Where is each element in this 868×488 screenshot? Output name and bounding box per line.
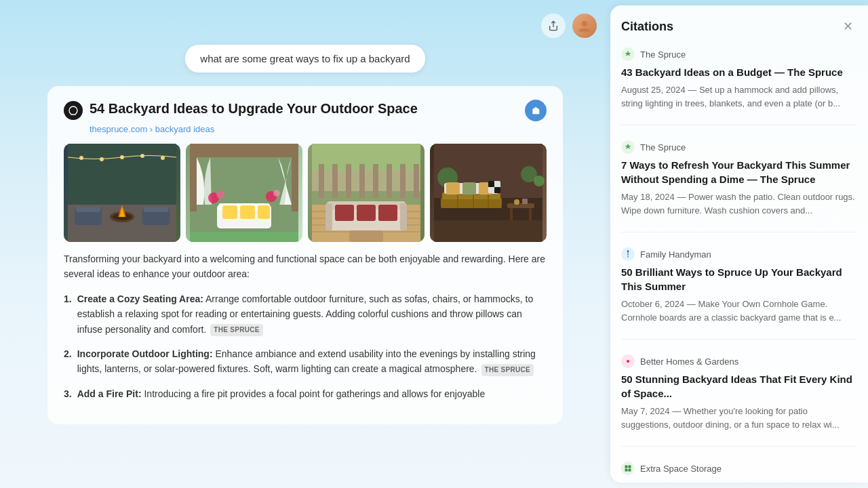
list-text-3: Add a Fire Pit: Introducing a fire pit p… [77, 386, 486, 401]
citations-title: Citations [621, 20, 673, 34]
list-item-2: 2. Incorporate Outdoor Lighting: Enhance… [64, 346, 547, 377]
svg-rect-34 [332, 164, 338, 198]
svg-rect-3 [68, 144, 176, 205]
svg-point-6 [120, 155, 124, 159]
citation-item-1: The Spruce 43 Backyard Ideas on a Budget… [621, 47, 857, 125]
svg-rect-72 [510, 208, 513, 220]
backyard-image-1 [64, 144, 180, 242]
home-icon-button[interactable] [525, 100, 547, 121]
citation-favicon-2 [621, 140, 635, 154]
citation-item-4: Better Homes & Gardens 50 Stunning Backy… [621, 354, 857, 447]
image-grid [64, 144, 547, 242]
citation-item-3: Family Handyman 50 Brilliant Ways to Spr… [621, 247, 857, 340]
citation-source-5: Extra Space Storage [640, 464, 722, 474]
citation-source-4: Better Homes & Gardens [640, 357, 738, 367]
top-bar [0, 14, 610, 45]
svg-rect-26 [222, 205, 237, 219]
svg-point-1 [582, 21, 588, 27]
svg-rect-53 [349, 230, 383, 242]
svg-rect-36 [359, 164, 365, 198]
list-text-2: Incorporate Outdoor Lighting: Enhance am… [77, 346, 547, 377]
result-list: 1. Create a Cozy Seating Area: Arrange c… [64, 291, 547, 401]
svg-rect-80 [625, 469, 628, 472]
svg-point-7 [140, 154, 144, 158]
citation-source-row-4: Better Homes & Gardens [621, 354, 857, 368]
citation-excerpt-3: October 6, 2024 — Make Your Own Cornhole… [621, 298, 857, 324]
svg-rect-75 [522, 199, 528, 204]
citation-title-1[interactable]: 43 Backyard Ideas on a Budget — The Spru… [621, 65, 857, 79]
backyard-image-3 [308, 144, 425, 242]
citation-source-row-5: Extra Space Storage [621, 462, 857, 475]
result-source-link[interactable]: thespruce.com › backyard ideas [90, 124, 547, 134]
svg-rect-79 [629, 466, 631, 468]
citation-item-2: The Spruce 7 Ways to Refresh Your Backya… [621, 140, 857, 232]
svg-rect-35 [346, 164, 351, 198]
svg-rect-78 [625, 466, 628, 468]
user-avatar[interactable] [572, 14, 597, 38]
svg-rect-66 [462, 182, 476, 195]
citation-source-3: Family Handyman [640, 249, 711, 260]
citation-favicon-3 [621, 247, 635, 261]
svg-rect-28 [258, 205, 270, 219]
svg-point-58 [534, 176, 545, 186]
citation-title-4[interactable]: 50 Stunning Backyard Ideas That Fit Ever… [621, 372, 857, 401]
citation-title-3[interactable]: 50 Brilliant Ways to Spruce Up Your Back… [621, 265, 857, 293]
svg-point-77 [627, 360, 629, 363]
svg-rect-48 [326, 203, 332, 230]
source-tag-1: THE SPRUCE [210, 324, 262, 336]
svg-rect-19 [292, 144, 298, 211]
svg-rect-76 [434, 220, 542, 242]
svg-rect-27 [240, 205, 255, 219]
citation-excerpt-2: May 18, 2024 — Power wash the patio. Cle… [621, 190, 857, 217]
list-bold-2: Incorporate Outdoor Lighting: [77, 348, 213, 359]
source-text: thespruce.com › backyard ideas [90, 124, 214, 134]
svg-rect-37 [373, 164, 378, 198]
citation-source-row-2: The Spruce [621, 140, 857, 154]
citation-source-2: The Spruce [640, 142, 686, 152]
svg-rect-73 [529, 208, 532, 220]
citation-excerpt-4: May 7, 2024 — Whether you're looking for… [621, 405, 857, 431]
svg-rect-17 [190, 144, 298, 157]
citation-favicon-1 [621, 47, 635, 61]
source-tag-2: THE SPRUCE [481, 364, 534, 376]
query-text: what are some great ways to fix up a bac… [200, 53, 410, 64]
share-button[interactable] [541, 14, 566, 38]
svg-rect-29 [190, 232, 298, 242]
citation-title-5[interactable]: Your DIY Guide to a Backyard Makeover on… [621, 479, 857, 483]
backyard-image-2 [186, 144, 302, 242]
backyard-image-4 [430, 144, 547, 242]
citation-favicon-5 [621, 462, 635, 475]
svg-rect-71 [507, 203, 534, 208]
svg-point-4 [79, 156, 83, 160]
svg-rect-65 [446, 182, 460, 195]
svg-point-5 [100, 157, 104, 161]
query-bubble: what are some great ways to fix up a bac… [185, 45, 425, 73]
result-card: 54 Backyard Ideas to Upgrade Your Outdoo… [47, 86, 563, 424]
citation-title-2[interactable]: 7 Ways to Refresh Your Backyard This Sum… [621, 158, 857, 186]
svg-rect-52 [378, 205, 397, 221]
list-text-1: Create a Cozy Seating Area: Arrange comf… [77, 291, 547, 337]
svg-rect-18 [190, 144, 197, 211]
list-num-1: 1. [64, 291, 72, 337]
list-item-1: 1. Create a Cozy Seating Area: Arrange c… [64, 291, 547, 337]
citation-source-row-3: Family Handyman [621, 247, 857, 261]
svg-rect-69 [488, 181, 494, 187]
citation-source-row-1: The Spruce [621, 47, 857, 61]
svg-rect-38 [387, 164, 392, 198]
svg-rect-15 [144, 207, 168, 212]
result-title-area: 54 Backyard Ideas to Upgrade Your Outdoo… [64, 100, 418, 120]
svg-rect-81 [629, 469, 631, 472]
svg-point-23 [273, 190, 280, 197]
svg-rect-40 [414, 164, 419, 198]
svg-rect-13 [76, 207, 100, 212]
citations-panel: Citations ✕ The Spruce 43 Backyard Ideas… [610, 5, 868, 483]
close-citations-button[interactable]: ✕ [839, 18, 857, 35]
list-item-3: 3. Add a Fire Pit: Introducing a fire pi… [64, 386, 547, 401]
list-num-3: 3. [64, 386, 72, 401]
list-bold-1: Create a Cozy Seating Area: [77, 293, 203, 304]
citation-excerpt-1: August 25, 2024 — Set up a hammock and a… [621, 83, 857, 110]
list-num-2: 2. [64, 346, 72, 377]
svg-point-21 [216, 190, 224, 199]
svg-point-8 [161, 156, 165, 160]
svg-rect-51 [357, 205, 376, 221]
